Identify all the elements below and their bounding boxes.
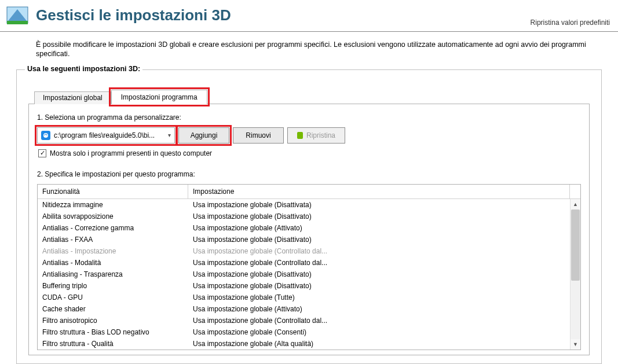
table-row[interactable]: Antialiasing - TrasparenzaUsa impostazio… bbox=[38, 269, 570, 280]
program-row: c:\program files\realguide5.0\bi... ▾ Ag… bbox=[37, 127, 581, 144]
scroll-track[interactable] bbox=[571, 209, 580, 339]
settings-table: Funzionalità Impostazione Nitidezza imma… bbox=[37, 184, 581, 350]
step2-label: 2. Specifica le impostazioni per questo … bbox=[37, 170, 581, 178]
table-row[interactable]: Nitidezza immagineUsa impostazione globa… bbox=[38, 199, 570, 211]
program-path: c:\program files\realguide5.0\bi... bbox=[54, 131, 164, 139]
only-installed-checkbox-row[interactable]: ✓ Mostra solo i programmi presenti in qu… bbox=[38, 149, 581, 157]
tab-global-settings[interactable]: Impostazioni global bbox=[34, 91, 111, 104]
checkbox-icon[interactable]: ✓ bbox=[38, 149, 46, 157]
cell-setting: Usa impostazione globale (Attivato) bbox=[188, 304, 570, 314]
cell-setting: Usa impostazione globale (Disattivato) bbox=[188, 270, 570, 279]
header: Gestisci le impostazioni 3D Ripristina v… bbox=[0, 0, 618, 32]
chevron-down-icon: ▾ bbox=[168, 132, 171, 138]
cell-setting: Usa impostazione globale (Disattivato) bbox=[188, 235, 570, 244]
cell-feature: Antialias - Modalità bbox=[38, 258, 188, 267]
cell-setting: Usa impostazione globale (Alta qualità) bbox=[188, 339, 570, 348]
restore-button[interactable]: Ripristina bbox=[287, 127, 345, 144]
cell-feature: Filtro struttura - Qualità bbox=[38, 339, 188, 348]
svg-rect-1 bbox=[7, 21, 28, 24]
checkbox-label: Mostra solo i programmi presenti in ques… bbox=[50, 149, 212, 157]
table-body: Nitidezza immagineUsa impostazione globa… bbox=[38, 199, 570, 350]
table-row[interactable]: Antialias - Correzione gammaUsa impostaz… bbox=[38, 222, 570, 234]
cell-feature: Antialias - FXAA bbox=[38, 235, 188, 244]
cell-setting: Usa impostazione globale (Controllato da… bbox=[188, 316, 570, 325]
cell-feature: CUDA - GPU bbox=[38, 293, 188, 302]
cell-setting: Usa impostazione globale (Attivato) bbox=[188, 223, 570, 233]
nvidia-logo-icon bbox=[297, 132, 303, 139]
step1-label: 1. Seleziona un programma da personalizz… bbox=[37, 113, 581, 122]
cell-setting: Usa impostazione globale (Tutte) bbox=[188, 293, 570, 302]
cell-feature: Filtro anisotropico bbox=[38, 316, 188, 325]
table-row[interactable]: Filtro struttura - QualitàUsa impostazio… bbox=[38, 338, 570, 350]
program-select-dropdown[interactable]: c:\program files\realguide5.0\bi... ▾ bbox=[37, 127, 175, 144]
cell-setting: Usa impostazione globale (Controllato da… bbox=[188, 247, 570, 256]
table-row[interactable]: Cache shaderUsa impostazione globale (At… bbox=[38, 303, 570, 315]
restore-defaults-link[interactable]: Ripristina valori predefiniti bbox=[531, 19, 612, 27]
table-row[interactable]: Abilita sovrapposizioneUsa impostazione … bbox=[38, 211, 570, 222]
cell-feature: Cache shader bbox=[38, 304, 188, 314]
table-header: Funzionalità Impostazione bbox=[38, 185, 580, 199]
cell-setting: Usa impostazione globale (Disattivato) bbox=[188, 281, 570, 291]
scroll-down-icon[interactable]: ▼ bbox=[571, 339, 580, 350]
cell-feature: Antialiasing - Trasparenza bbox=[38, 270, 188, 279]
tab-body: 1. Seleziona un programma da personalizz… bbox=[28, 104, 590, 355]
table-row[interactable]: CUDA - GPUUsa impostazione globale (Tutt… bbox=[38, 292, 570, 303]
restore-button-label: Ripristina bbox=[306, 131, 335, 139]
cell-feature: Antialias - Correzione gamma bbox=[38, 223, 188, 233]
table-row[interactable]: Antialias - ImpostazioneUsa impostazione… bbox=[38, 245, 570, 257]
column-setting-header[interactable]: Impostazione bbox=[188, 185, 570, 198]
add-button[interactable]: Aggiungi bbox=[178, 127, 229, 144]
scroll-thumb[interactable] bbox=[571, 209, 580, 281]
svg-point-2 bbox=[43, 133, 48, 138]
cell-setting: Usa impostazione globale (Controllato da… bbox=[188, 258, 570, 267]
panel-label: Usa le seguenti impostazioni 3D: bbox=[25, 65, 142, 73]
table-row[interactable]: Antialias - FXAAUsa impostazione globale… bbox=[38, 234, 570, 245]
cell-setting: Usa impostazione globale (Disattivata) bbox=[188, 200, 570, 209]
nvidia-3d-icon bbox=[6, 3, 29, 27]
page-title: Gestisci le impostazioni 3D bbox=[36, 6, 231, 24]
cell-feature: Antialias - Impostazione bbox=[38, 247, 188, 256]
table-row[interactable]: Filtro struttura - Bias LOD negativoUsa … bbox=[38, 326, 570, 338]
table-row[interactable]: Buffering triploUsa impostazione globale… bbox=[38, 280, 570, 292]
scroll-header-spacer bbox=[570, 185, 580, 198]
program-app-icon bbox=[41, 131, 50, 140]
tabs: Impostazioni global Impostazioni program… bbox=[34, 90, 590, 104]
vertical-scrollbar[interactable]: ▲ ▼ bbox=[570, 199, 580, 350]
cell-feature: Buffering triplo bbox=[38, 281, 188, 291]
scroll-up-icon[interactable]: ▲ bbox=[571, 199, 580, 209]
cell-feature: Filtro struttura - Bias LOD negativo bbox=[38, 328, 188, 337]
settings-panel: Usa le seguenti impostazioni 3D: Imposta… bbox=[16, 69, 602, 364]
tab-program-settings[interactable]: Impostazioni programma bbox=[111, 90, 207, 104]
cell-feature: Abilita sovrapposizione bbox=[38, 212, 188, 221]
remove-button[interactable]: Rimuovi bbox=[233, 127, 284, 144]
cell-setting: Usa impostazione globale (Consenti) bbox=[188, 328, 570, 337]
table-row[interactable]: Antialias - ModalitàUsa impostazione glo… bbox=[38, 257, 570, 269]
cell-setting: Usa impostazione globale (Disattivato) bbox=[188, 212, 570, 221]
column-feature-header[interactable]: Funzionalità bbox=[38, 185, 188, 198]
table-row[interactable]: Filtro anisotropicoUsa impostazione glob… bbox=[38, 315, 570, 326]
header-left: Gestisci le impostazioni 3D bbox=[6, 3, 531, 27]
page-description: È possibile modificare le impostazioni 3… bbox=[0, 32, 618, 69]
cell-feature: Nitidezza immagine bbox=[38, 200, 188, 209]
